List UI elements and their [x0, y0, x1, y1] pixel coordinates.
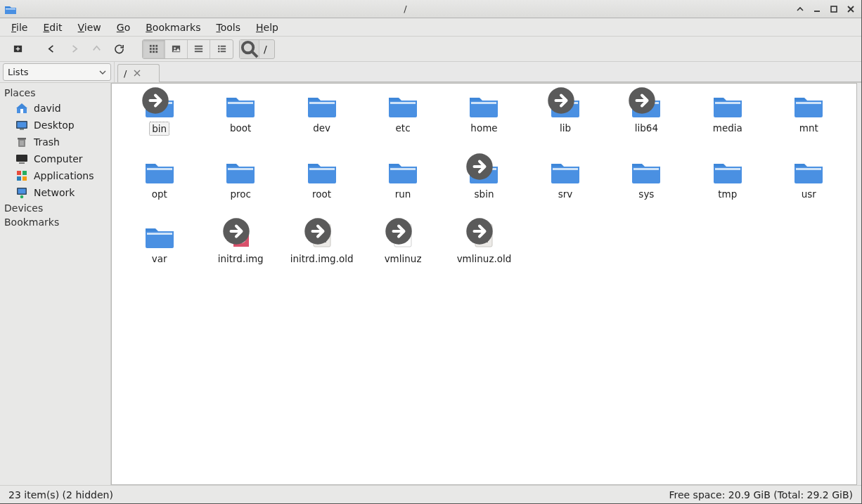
file-item-label: home: [468, 122, 499, 134]
titlebar: /: [0, 0, 861, 18]
svg-rect-35: [6, 8, 15, 10]
file-item[interactable]: proc: [200, 157, 281, 200]
sidebar: Places davidDesktopTrashComputerApplicat…: [0, 83, 111, 485]
symlink-badge-icon: [219, 217, 231, 228]
sidebar-item-computer[interactable]: Computer: [4, 150, 106, 167]
folder-icon: [629, 91, 663, 119]
network-icon: [15, 186, 28, 199]
sidebar-item-label: Network: [34, 187, 75, 198]
folder-icon: [467, 91, 501, 119]
menu-file[interactable]: File: [4, 20, 34, 35]
folder-icon: [548, 157, 582, 185]
file-item[interactable]: initrd.img: [200, 221, 281, 265]
file-item[interactable]: var: [119, 221, 200, 265]
file-item[interactable]: opt: [119, 157, 200, 200]
svg-rect-40: [153, 45, 155, 47]
menu-view[interactable]: View: [71, 20, 108, 35]
tab-root[interactable]: /: [117, 64, 160, 82]
devices-header: Devices: [4, 201, 106, 215]
back-button[interactable]: [41, 39, 62, 59]
file-item[interactable]: lib: [525, 91, 605, 136]
svg-rect-44: [155, 48, 157, 50]
thumbnail-view-button[interactable]: [165, 40, 188, 58]
file-item[interactable]: lib64: [606, 91, 687, 136]
status-left: 23 item(s) (2 hidden): [8, 489, 113, 500]
tab-close-button[interactable]: [134, 68, 141, 79]
sidebar-item-applications[interactable]: Applications: [4, 167, 106, 184]
file-item[interactable]: mnt: [768, 91, 849, 136]
folder-icon: [467, 157, 501, 185]
folder-icon: [792, 157, 825, 185]
folder-icon: [629, 157, 663, 185]
menu-help[interactable]: Help: [249, 20, 285, 35]
minimize-button[interactable]: [811, 3, 823, 15]
file-item[interactable]: run: [362, 157, 443, 200]
file-item-label: sbin: [472, 188, 496, 200]
file-item[interactable]: media: [687, 91, 768, 136]
file-view[interactable]: binbootdevetchomeliblib64mediamntoptproc…: [111, 83, 857, 485]
folder-icon: [711, 91, 745, 119]
reload-button[interactable]: [108, 39, 129, 59]
sidebar-item-desktop[interactable]: Desktop: [4, 117, 106, 134]
forward-button[interactable]: [63, 39, 84, 59]
menu-tools[interactable]: Tools: [209, 20, 247, 35]
path-root-button[interactable]: [240, 40, 259, 58]
file-item[interactable]: initrd.img.old: [281, 221, 362, 265]
rollup-button[interactable]: [794, 3, 806, 15]
file-item[interactable]: tmp: [687, 157, 768, 200]
file-item-label: boot: [228, 122, 253, 134]
detailed-view-button[interactable]: [210, 40, 233, 58]
file-item-label: tmp: [716, 188, 739, 200]
sidebar-item-trash[interactable]: Trash: [4, 134, 106, 150]
menu-bookmarks[interactable]: Bookmarks: [139, 20, 207, 35]
sidebar-mode-combo[interactable]: Lists: [3, 63, 111, 81]
file-item[interactable]: sys: [606, 157, 687, 200]
sidebar-item-network[interactable]: Network: [4, 184, 106, 201]
file-item-label: vmlinuz: [382, 252, 424, 265]
folder-icon: [548, 91, 582, 119]
file-item[interactable]: etc: [362, 91, 443, 136]
icon-view-button[interactable]: [143, 40, 165, 58]
folder-icon: [143, 91, 176, 119]
file-item[interactable]: bin: [119, 91, 200, 136]
tab-label: /: [124, 68, 127, 79]
up-button[interactable]: [86, 39, 107, 59]
file-item[interactable]: root: [281, 157, 362, 200]
folder-icon: [305, 157, 339, 185]
compact-view-button[interactable]: [188, 40, 210, 58]
menu-go[interactable]: Go: [110, 20, 137, 35]
symlink-badge-icon: [463, 217, 474, 228]
sidebar-item-david[interactable]: david: [4, 100, 106, 117]
folder-icon: [386, 91, 420, 119]
svg-rect-37: [831, 6, 837, 12]
menubar: File Edit View Go Bookmarks Tools Help: [0, 18, 861, 37]
file-item[interactable]: sbin: [444, 157, 525, 200]
file-item[interactable]: home: [444, 91, 525, 136]
svg-point-55: [218, 48, 219, 49]
symlink-badge-icon: [301, 217, 312, 228]
file-icon: [467, 221, 501, 250]
folder-icon: [386, 157, 420, 185]
file-item[interactable]: usr: [768, 157, 849, 200]
symlink-badge-icon: [382, 217, 393, 228]
sidebar-item-label: david: [34, 103, 61, 114]
svg-rect-47: [155, 51, 157, 53]
file-item[interactable]: dev: [281, 91, 362, 136]
svg-point-53: [218, 46, 219, 47]
secondbar: Lists /: [0, 62, 861, 83]
svg-rect-46: [153, 51, 155, 53]
file-item[interactable]: srv: [525, 157, 605, 200]
folder-icon: [143, 221, 176, 250]
menu-edit[interactable]: Edit: [36, 20, 69, 35]
svg-rect-54: [220, 46, 226, 47]
new-tab-button[interactable]: [7, 39, 28, 59]
path-label[interactable]: /: [259, 44, 274, 55]
svg-rect-42: [150, 48, 152, 50]
folder-icon: [305, 91, 339, 119]
file-item[interactable]: boot: [200, 91, 281, 136]
file-item[interactable]: vmlinuz: [362, 221, 443, 265]
close-button[interactable]: [844, 3, 857, 15]
file-item[interactable]: vmlinuz.old: [444, 221, 525, 265]
path-bar: /: [239, 39, 275, 59]
maximize-button[interactable]: [828, 3, 840, 15]
